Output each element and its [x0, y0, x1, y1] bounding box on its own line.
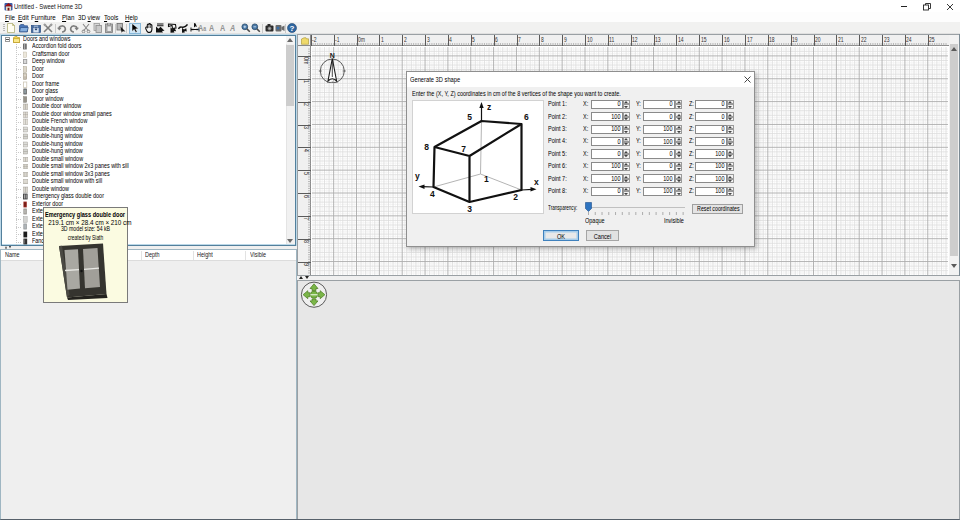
svg-text:8: 8 — [424, 142, 429, 152]
svg-text:3: 3 — [467, 204, 472, 214]
svg-text:z: z — [487, 102, 491, 112]
svg-text:2: 2 — [513, 192, 518, 202]
svg-text:4: 4 — [430, 189, 435, 199]
svg-text:N: N — [330, 52, 335, 59]
svg-text:6: 6 — [524, 112, 529, 122]
svg-text:1: 1 — [484, 174, 489, 184]
svg-text:x: x — [534, 177, 539, 187]
svg-text:?: ? — [290, 24, 295, 33]
svg-text:y: y — [415, 171, 420, 181]
svg-text:5: 5 — [467, 112, 472, 122]
svg-text:7: 7 — [461, 144, 466, 154]
